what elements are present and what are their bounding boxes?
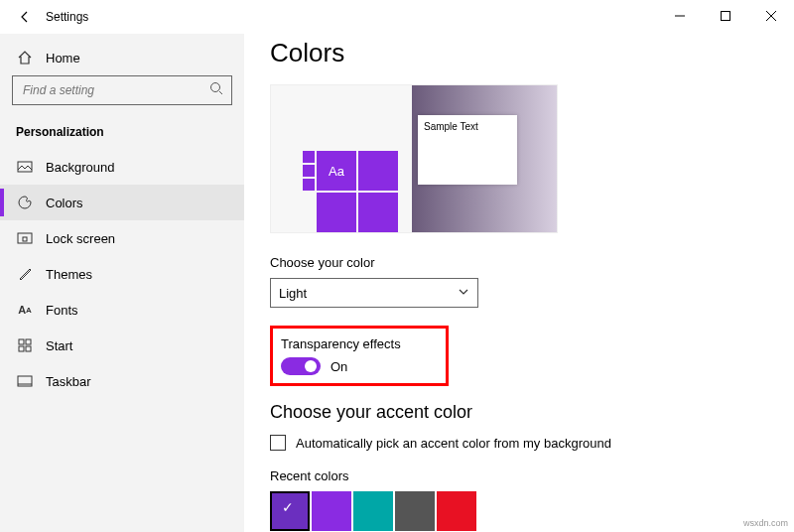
auto-accent-checkbox[interactable] [270, 435, 286, 451]
minimize-button[interactable] [657, 0, 703, 32]
sidebar: Home Personalization Background Colors L… [0, 34, 244, 532]
taskbar-icon [16, 372, 34, 390]
preview-sample-window: Sample Text [418, 115, 517, 185]
start-icon [16, 336, 34, 354]
sidebar-item-fonts[interactable]: AA Fonts [0, 292, 244, 328]
sidebar-item-label: Taskbar [46, 374, 91, 389]
auto-accent-label: Automatically pick an accent color from … [296, 436, 611, 451]
transparency-toggle[interactable] [281, 357, 321, 375]
search-input[interactable] [12, 75, 232, 105]
sidebar-item-label: Lock screen [46, 231, 115, 246]
svg-rect-6 [18, 162, 32, 172]
color-swatch[interactable] [353, 491, 393, 531]
svg-rect-1 [722, 12, 730, 21]
sidebar-item-label: Fonts [46, 303, 78, 318]
image-icon [16, 158, 34, 176]
preview-tile-aa: Aa [317, 151, 356, 191]
search-field[interactable] [21, 82, 209, 98]
chevron-down-icon [458, 286, 469, 301]
accent-heading: Choose your accent color [270, 402, 768, 423]
close-button[interactable] [748, 0, 794, 32]
page-title: Colors [270, 38, 768, 68]
sidebar-item-start[interactable]: Start [0, 328, 244, 363]
color-swatch[interactable] [270, 491, 310, 531]
home-label: Home [46, 51, 80, 66]
category-label: Personalization [0, 117, 244, 149]
preview-desktop-mock: Sample Text [412, 85, 557, 232]
main-content: Colors Aa Sampl [244, 34, 794, 532]
sidebar-item-label: Start [46, 338, 72, 353]
transparency-highlight: Transparency effects On [270, 326, 449, 386]
sidebar-item-taskbar[interactable]: Taskbar [0, 363, 244, 399]
sidebar-item-label: Background [46, 160, 114, 175]
color-swatch[interactable] [395, 491, 435, 531]
svg-rect-8 [23, 237, 27, 241]
preview-sample-text: Sample Text [424, 121, 478, 132]
window-title: Settings [38, 10, 88, 24]
sidebar-item-lockscreen[interactable]: Lock screen [0, 220, 244, 256]
brush-icon [16, 265, 34, 283]
palette-icon [16, 194, 34, 211]
home-icon [16, 49, 34, 66]
sidebar-item-themes[interactable]: Themes [0, 256, 244, 292]
recent-colors-label: Recent colors [270, 468, 768, 483]
svg-rect-9 [19, 339, 24, 344]
preview-start-mock: Aa [271, 85, 412, 232]
svg-rect-12 [26, 346, 31, 351]
svg-point-4 [211, 83, 220, 92]
home-nav[interactable]: Home [0, 40, 244, 75]
svg-rect-10 [26, 339, 31, 344]
sidebar-item-colors[interactable]: Colors [0, 185, 244, 220]
svg-rect-11 [19, 346, 24, 351]
titlebar: Settings [0, 0, 794, 34]
font-icon: AA [16, 301, 34, 319]
watermark: wsxdn.com [743, 518, 788, 528]
back-button[interactable] [12, 4, 38, 30]
color-swatch[interactable] [312, 491, 351, 531]
choose-color-value: Light [279, 286, 307, 301]
transparency-label: Transparency effects [281, 336, 436, 351]
choose-color-label: Choose your color [270, 255, 768, 270]
color-preview: Aa Sample Text [270, 84, 558, 233]
recent-colors [270, 491, 768, 531]
sidebar-item-label: Colors [46, 196, 83, 210]
sidebar-item-label: Themes [46, 267, 92, 282]
svg-line-5 [219, 91, 222, 94]
transparency-state: On [331, 359, 347, 374]
search-icon [209, 81, 223, 99]
choose-color-select[interactable]: Light [270, 278, 478, 308]
maximize-button[interactable] [703, 0, 748, 32]
sidebar-item-background[interactable]: Background [0, 149, 244, 185]
color-swatch[interactable] [437, 491, 476, 531]
lock-icon [16, 229, 34, 247]
